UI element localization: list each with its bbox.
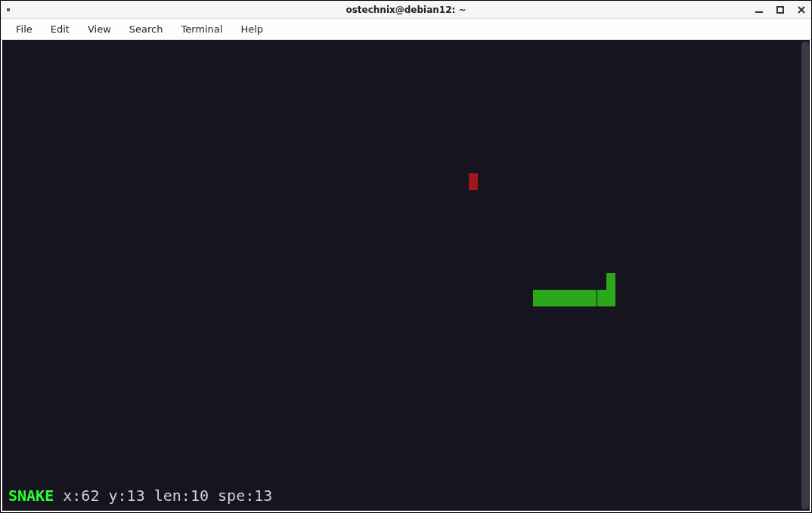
status-x-prefix: x: (63, 487, 81, 505)
close-button[interactable] (796, 5, 807, 15)
status-line: SNAKE x:62 y:13 len:10 spe:13 (8, 487, 272, 505)
terminal-scrollbar[interactable] (801, 40, 810, 511)
status-spe-prefix: spe: (218, 487, 254, 505)
terminal[interactable]: SNAKE x:62 y:13 len:10 spe:13 (2, 40, 810, 511)
game-name-label: SNAKE (8, 487, 54, 505)
status-y-value: 13 (127, 487, 145, 505)
snake-cell (578, 290, 587, 306)
menu-terminal[interactable]: Terminal (173, 21, 230, 37)
scrollbar-thumb[interactable] (801, 42, 809, 509)
menu-view[interactable]: View (80, 21, 119, 37)
game-grid (2, 40, 801, 511)
titlebar-left-indicator (7, 8, 10, 11)
status-len-value: 10 (191, 487, 209, 505)
menu-file[interactable]: File (8, 21, 40, 37)
status-spe-value: 13 (254, 487, 272, 505)
svg-rect-1 (777, 7, 783, 13)
snake-cell (569, 290, 578, 306)
snake-cell (597, 290, 606, 306)
snake-cell (587, 290, 597, 306)
window-titlebar: ostechnix@debian12: ~ (1, 1, 811, 19)
window-controls (754, 5, 807, 15)
snake-cell (533, 290, 542, 306)
menu-search[interactable]: Search (122, 21, 171, 37)
menu-help[interactable]: Help (233, 21, 271, 37)
window-title: ostechnix@debian12: ~ (346, 5, 466, 15)
snake-cell (560, 290, 569, 306)
terminal-container: SNAKE x:62 y:13 len:10 spe:13 (1, 40, 811, 512)
food-cell (469, 173, 478, 190)
snake-cell (606, 290, 615, 306)
status-x-value: 62 (81, 487, 99, 505)
minimize-button[interactable] (754, 5, 764, 15)
status-y-prefix: y: (109, 487, 127, 505)
menu-edit[interactable]: Edit (43, 21, 77, 37)
svg-rect-0 (755, 11, 763, 13)
status-len-prefix: len: (154, 487, 191, 505)
menubar: File Edit View Search Terminal Help (1, 19, 811, 40)
snake-cell (542, 290, 551, 306)
snake-cell (606, 273, 615, 290)
maximize-button[interactable] (775, 5, 786, 15)
snake-cell (551, 290, 560, 306)
